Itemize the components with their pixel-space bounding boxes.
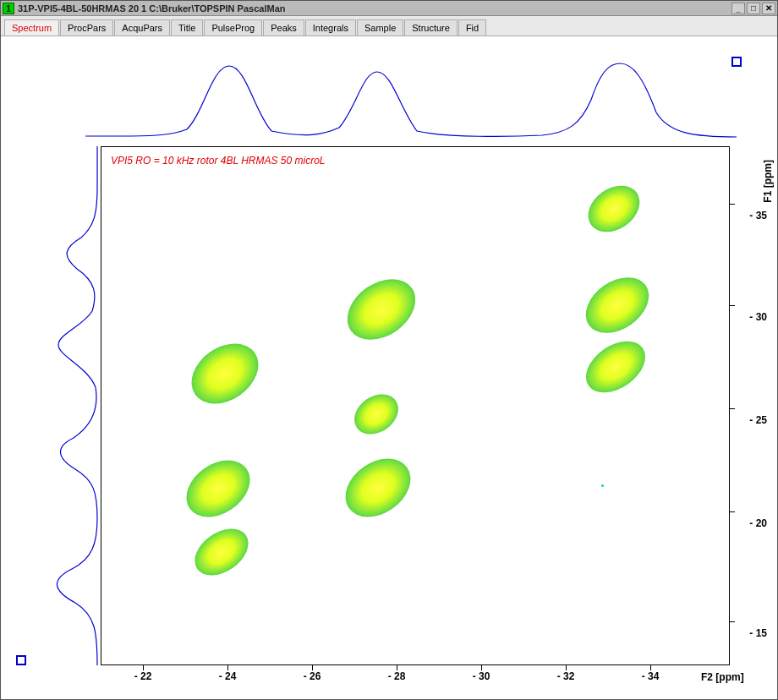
tab-fid[interactable]: Fid bbox=[458, 19, 486, 36]
tab-procpars[interactable]: ProcPars bbox=[60, 19, 113, 36]
f1-tick: - 15 bbox=[749, 627, 767, 639]
f2-tick: - 26 bbox=[304, 670, 321, 682]
tab-title[interactable]: Title bbox=[171, 19, 203, 36]
f2-tick: - 22 bbox=[134, 670, 152, 682]
tab-peaks[interactable]: Peaks bbox=[263, 19, 304, 36]
f1-tick: - 25 bbox=[749, 414, 767, 426]
minimize-button[interactable]: _ bbox=[731, 3, 745, 14]
close-button[interactable]: ✕ bbox=[762, 3, 775, 14]
f1-tick: - 35 bbox=[749, 210, 767, 221]
window-titlebar: 1 31P-VPI5-4BL-50HRMAS 20 1 C:\Bruker\TO… bbox=[1, 1, 777, 16]
f2-tick: - 24 bbox=[219, 670, 237, 682]
tab-sample[interactable]: Sample bbox=[357, 19, 403, 36]
spectrum-view[interactable]: VPI5 RO = 10 kHz rotor 4BL HRMAS 50 micr… bbox=[1, 36, 777, 699]
f2-axis-label: F2 [ppm] bbox=[701, 671, 744, 683]
window-title: 31P-VPI5-4BL-50HRMAS 20 1 C:\Bruker\TOPS… bbox=[18, 3, 731, 14]
maximize-button[interactable]: □ bbox=[747, 3, 760, 14]
f1-tick: - 20 bbox=[749, 517, 767, 529]
plot-annotation: VPI5 RO = 10 kHz rotor 4BL HRMAS 50 micr… bbox=[111, 155, 326, 167]
window-controls: _ □ ✕ bbox=[731, 3, 775, 14]
tab-spectrum[interactable]: Spectrum bbox=[4, 19, 59, 36]
f2-tick: - 28 bbox=[388, 670, 406, 682]
region-handle-bottom-left[interactable] bbox=[16, 655, 26, 665]
tab-acqupars[interactable]: AcquPars bbox=[114, 19, 170, 36]
left-projection-1d bbox=[26, 146, 101, 665]
f2-tick: - 32 bbox=[557, 670, 575, 682]
tab-pulseprog[interactable]: PulseProg bbox=[204, 19, 262, 36]
dataset-index-badge: 1 bbox=[3, 3, 14, 14]
f2-tick: - 34 bbox=[642, 670, 660, 682]
tab-integrals[interactable]: Integrals bbox=[305, 19, 356, 36]
noise-dot bbox=[601, 484, 604, 487]
f2-tick: - 30 bbox=[473, 670, 490, 682]
contour-plot-2d[interactable] bbox=[101, 146, 730, 665]
tab-bar: Spectrum ProcPars AcquPars Title PulsePr… bbox=[1, 16, 777, 36]
top-projection-1d bbox=[85, 53, 737, 146]
tab-structure[interactable]: Structure bbox=[404, 19, 457, 36]
f1-tick: - 30 bbox=[749, 311, 767, 323]
f1-axis-label: F1 [ppm] bbox=[762, 160, 774, 203]
